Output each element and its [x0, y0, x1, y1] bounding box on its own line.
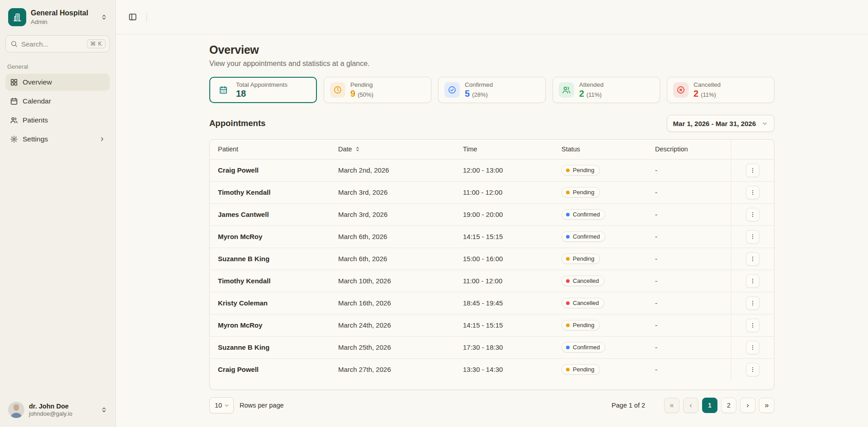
row-actions-button[interactable]: [746, 296, 760, 310]
status-label: Confirmed: [573, 233, 600, 240]
stat-card-confirmed[interactable]: Confirmed 5 (28%): [438, 77, 546, 103]
appointment-date: March 2nd, 2026: [338, 159, 463, 181]
appointment-time: 14:15 - 15:15: [463, 314, 561, 336]
row-actions-button[interactable]: [746, 274, 760, 288]
stat-card-attended[interactable]: Attended 2 (11%): [552, 77, 660, 103]
sidebar-toggle-button[interactable]: [125, 9, 140, 25]
status-dot-icon: [566, 257, 570, 261]
org-switcher[interactable]: General Hospital Admin: [5, 6, 110, 28]
table-row[interactable]: Craig Powell March 27th, 2026 13:30 - 14…: [210, 358, 774, 380]
table-row[interactable]: Myron McRoy March 24th, 2026 14:15 - 15:…: [210, 314, 774, 336]
stat-card-total-appointments[interactable]: Total Appointments 18: [209, 77, 317, 103]
kebab-icon: [750, 211, 756, 218]
status-badge: Confirmed: [561, 342, 605, 352]
column-header-time: Time: [463, 140, 561, 159]
patient-name: Suzanne B King: [210, 336, 338, 358]
patient-name: Suzanne B King: [210, 248, 338, 270]
chevron-up-down-icon: [101, 14, 107, 20]
chevrons-right-icon: »: [765, 402, 769, 409]
stat-value: 5: [465, 89, 470, 99]
row-actions-button[interactable]: [746, 230, 760, 244]
appointment-time: 12:00 - 13:00: [463, 159, 561, 181]
column-header-patient: Patient: [210, 140, 338, 159]
first-page-button[interactable]: «: [664, 398, 679, 413]
status-dot-icon: [566, 301, 570, 305]
appointments-heading: Appointments: [209, 118, 265, 128]
column-header-description: Description: [655, 140, 731, 159]
description-cell: -: [655, 270, 731, 292]
status-badge: Pending: [561, 187, 600, 197]
sidebar-item-overview[interactable]: Overview: [5, 74, 110, 91]
row-actions-button[interactable]: [746, 164, 760, 177]
page-button-2[interactable]: 2: [721, 398, 736, 413]
page-info: Page 1 of 2: [612, 402, 645, 409]
next-page-button[interactable]: ›: [740, 398, 755, 413]
status-badge: Cancelled: [561, 298, 604, 308]
table-row[interactable]: Craig Powell March 2nd, 2026 12:00 - 13:…: [210, 159, 774, 181]
user-email: johndoe@galy.io: [29, 410, 96, 417]
row-actions-button[interactable]: [746, 319, 760, 332]
stat-value: 2: [693, 89, 698, 99]
sidebar-item-settings[interactable]: Settings: [5, 131, 110, 148]
sidebar-item-patients[interactable]: Patients: [5, 112, 110, 129]
table-row[interactable]: Timothy Kendall March 3rd, 2026 11:00 - …: [210, 181, 774, 203]
row-actions-button[interactable]: [746, 341, 760, 354]
prev-page-button[interactable]: ‹: [683, 398, 698, 413]
sidebar-item-calendar[interactable]: Calendar: [5, 93, 110, 110]
status-label: Confirmed: [573, 211, 600, 218]
last-page-button[interactable]: »: [759, 398, 774, 413]
kebab-icon: [750, 189, 756, 196]
stats-row: Total Appointments 18 Pending: [209, 77, 774, 103]
patient-name: Myron McRoy: [210, 225, 338, 248]
page-button-1[interactable]: 1: [702, 398, 717, 413]
status-badge: Cancelled: [561, 276, 604, 286]
sidebar-item-label: Overview: [23, 78, 52, 86]
appointment-time: 13:30 - 14:30: [463, 358, 561, 380]
patient-name: Timothy Kendall: [210, 270, 338, 292]
search-input[interactable]: Search... ⌘ K: [5, 35, 110, 52]
table-row[interactable]: Timothy Kendall March 10th, 2026 11:00 -…: [210, 270, 774, 292]
description-cell: -: [655, 248, 731, 270]
org-name: General Hospital: [31, 9, 96, 17]
status-dot-icon: [566, 279, 570, 283]
user-avatar: [8, 402, 24, 418]
date-range-button[interactable]: Mar 1, 2026 - Mar 31, 2026: [667, 115, 774, 132]
kebab-icon: [750, 322, 756, 328]
stat-card-pending[interactable]: Pending 9 (50%): [324, 77, 431, 103]
description-cell: -: [655, 314, 731, 336]
kebab-icon: [750, 344, 756, 351]
stat-label: Confirmed: [465, 81, 493, 88]
user-menu[interactable]: dr. John Doe johndoe@galy.io: [5, 399, 110, 421]
row-actions-button[interactable]: [746, 363, 760, 376]
layout-grid-icon: [10, 78, 18, 86]
pagination: Page 1 of 2 « ‹ 1 2 › »: [612, 398, 774, 413]
row-actions-button[interactable]: [746, 186, 760, 199]
table-row[interactable]: Myron McRoy March 6th, 2026 14:15 - 15:1…: [210, 225, 774, 248]
date-range-label: Mar 1, 2026 - Mar 31, 2026: [673, 120, 756, 127]
sidebar: General Hospital Admin Search... ⌘ K Gen…: [0, 0, 116, 427]
chevron-right-icon: [99, 136, 105, 142]
status-dot-icon: [566, 346, 570, 349]
stat-card-cancelled[interactable]: Cancelled 2 (11%): [667, 77, 774, 103]
status-badge: Pending: [561, 320, 600, 330]
appointment-time: 14:15 - 15:15: [463, 225, 561, 248]
table-row[interactable]: Suzanne B King March 25th, 2026 17:30 - …: [210, 336, 774, 358]
appointment-date: March 16th, 2026: [338, 292, 463, 314]
status-label: Pending: [573, 255, 594, 262]
column-header-date[interactable]: Date: [338, 140, 463, 159]
appointment-date: March 6th, 2026: [338, 225, 463, 248]
kebab-icon: [750, 278, 756, 284]
table-row[interactable]: James Cantwell March 3rd, 2026 19:00 - 2…: [210, 203, 774, 225]
table-row[interactable]: Kristy Coleman March 16th, 2026 18:45 - …: [210, 292, 774, 314]
hospital-logo-icon: [8, 8, 26, 26]
row-actions-button[interactable]: [746, 208, 760, 221]
appointment-date: March 27th, 2026: [338, 358, 463, 380]
row-actions-button[interactable]: [746, 252, 760, 266]
table-row[interactable]: Suzanne B King March 6th, 2026 15:00 - 1…: [210, 248, 774, 270]
rows-per-page-select[interactable]: 10: [209, 397, 234, 413]
status-label: Cancelled: [573, 277, 599, 284]
sidebar-section-label: General: [7, 63, 108, 70]
sort-icon: [355, 146, 360, 152]
description-cell: -: [655, 336, 731, 358]
appointments-table: Patient Date: [209, 139, 774, 390]
